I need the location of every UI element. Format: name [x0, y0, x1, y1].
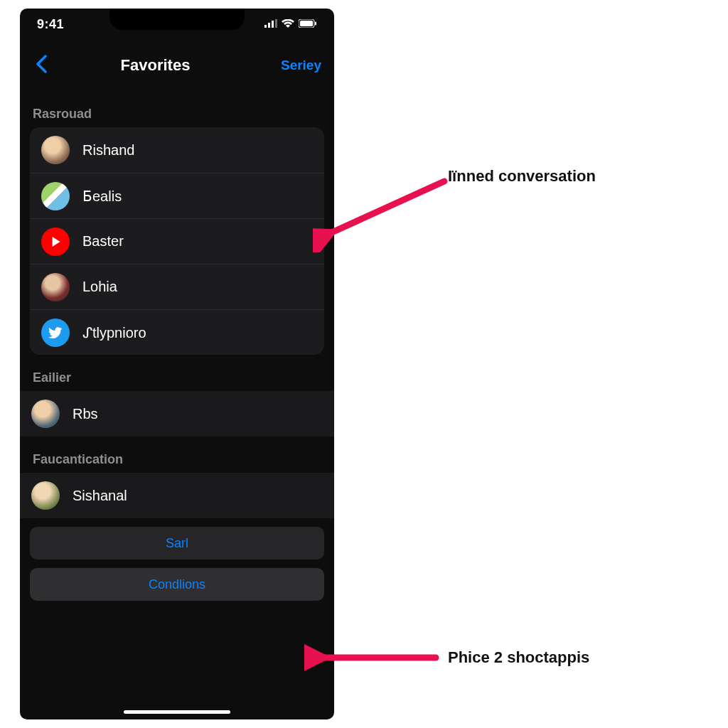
- cellular-icon: [264, 18, 277, 31]
- avatar: [41, 136, 70, 164]
- row-label: ᔑtlypnioro: [82, 324, 146, 341]
- annotation-label-2: Phice 2 shoctappis: [448, 648, 589, 667]
- row-label: Lohia: [82, 279, 117, 295]
- section-header-2: Faucantication: [20, 437, 334, 473]
- section-header-0: Rasrouad: [20, 91, 334, 127]
- status-bar: 9:41: [20, 9, 334, 40]
- section-header-1: Eailier: [20, 355, 334, 391]
- notch: [109, 9, 245, 30]
- youtube-icon: [41, 228, 70, 256]
- avatar: [41, 182, 70, 210]
- row-label: Baster: [82, 233, 124, 250]
- favorite-row[interactable]: Ƃealis: [30, 173, 324, 218]
- favorite-row[interactable]: Lohia: [30, 264, 324, 309]
- twitter-icon: [41, 318, 70, 347]
- phone-frame: 9:41 Favorites Seriey Rasrouad Rishand: [20, 9, 334, 719]
- svg-rect-5: [300, 21, 313, 26]
- row-label: Sishanal: [73, 488, 127, 504]
- favorites-card: Rishand Ƃealis Baster Lohia ᔑtlypnioro: [30, 127, 324, 355]
- auth-list: Sishanal: [20, 473, 334, 518]
- row-label: Rbs: [73, 406, 98, 422]
- earlier-list: Rbs: [20, 391, 334, 437]
- favorite-row[interactable]: Baster: [30, 218, 324, 264]
- row-label: Ƃealis: [82, 188, 122, 205]
- secondary-action-button[interactable]: Condlions: [30, 568, 324, 601]
- avatar: [31, 481, 60, 510]
- nav-bar: Favorites Seriey: [20, 40, 334, 91]
- status-icons: [264, 18, 317, 31]
- svg-rect-2: [272, 21, 274, 28]
- list-item[interactable]: Rbs: [20, 391, 334, 437]
- annotation-arrow-1: [313, 167, 455, 252]
- annotation-label-1: Iїnned conversation: [448, 167, 596, 186]
- status-time: 9:41: [37, 17, 64, 32]
- svg-rect-3: [275, 19, 277, 28]
- list-item[interactable]: Sishanal: [20, 473, 334, 518]
- home-indicator[interactable]: [124, 710, 230, 714]
- page-title: Favorites: [30, 56, 281, 75]
- nav-action-button[interactable]: Seriey: [281, 58, 321, 73]
- annotation-arrow-2: [304, 643, 439, 672]
- row-label: Rishand: [82, 142, 134, 159]
- svg-rect-0: [264, 25, 267, 28]
- wifi-icon: [282, 18, 294, 31]
- svg-rect-6: [315, 22, 316, 26]
- primary-action-button[interactable]: Sarl: [30, 527, 324, 560]
- avatar: [41, 273, 70, 301]
- svg-rect-1: [268, 23, 270, 28]
- avatar: [31, 400, 60, 428]
- favorite-row[interactable]: ᔑtlypnioro: [30, 309, 324, 355]
- battery-icon: [299, 18, 317, 31]
- favorite-row[interactable]: Rishand: [30, 127, 324, 173]
